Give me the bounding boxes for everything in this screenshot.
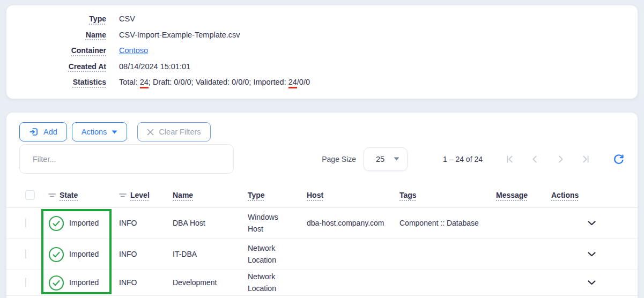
table-header: State Level Name Type Host Tags Message … bbox=[6, 183, 638, 208]
check-circle-icon bbox=[48, 215, 64, 232]
state-value: Imported bbox=[69, 218, 99, 229]
statistics-text: ; Draft: 0/0/0; Validated: 0/0/0; Import… bbox=[149, 78, 288, 86]
prev-page-icon[interactable] bbox=[529, 153, 541, 165]
chevron-down-icon bbox=[588, 252, 596, 257]
type-cell: Network Location bbox=[241, 271, 300, 294]
filter-lines-icon bbox=[48, 192, 56, 198]
statistics-value: Total: 24; Draft: 0/0/0; Validated: 0/0/… bbox=[119, 78, 310, 86]
column-header-type[interactable]: Type bbox=[241, 191, 300, 199]
type-cell: Windows Host bbox=[241, 212, 300, 235]
state-cell: Imported bbox=[42, 247, 113, 263]
statistics-text: Total: bbox=[119, 78, 140, 86]
pager-controls bbox=[504, 153, 591, 165]
row-checkbox[interactable] bbox=[25, 249, 26, 259]
chevron-down-icon bbox=[588, 280, 596, 285]
level-cell: INFO bbox=[113, 249, 166, 260]
detail-row-type: Type CSV bbox=[6, 14, 638, 31]
toolbar: Add Actions Clear Filters bbox=[19, 122, 211, 141]
actions-button-label: Actions bbox=[82, 128, 107, 136]
first-page-icon[interactable] bbox=[504, 153, 516, 165]
created-at-label: Created At bbox=[6, 62, 106, 71]
column-header-message[interactable]: Message bbox=[490, 191, 545, 199]
filter-lines-icon bbox=[119, 192, 127, 198]
import-items-panel: Add Actions Clear Filters Page Size 25 bbox=[6, 113, 638, 298]
clear-filters-label: Clear Filters bbox=[159, 128, 201, 136]
add-button[interactable]: Add bbox=[19, 122, 67, 141]
state-cell: Imported bbox=[42, 215, 113, 232]
table-row: Imported INFO DBA Host Windows Host dba-… bbox=[6, 208, 638, 239]
chevron-down-icon bbox=[588, 221, 596, 226]
pagination-range-text: 1 – 24 of 24 bbox=[443, 155, 483, 163]
column-header-tags[interactable]: Tags bbox=[393, 191, 490, 199]
clear-filters-button[interactable]: Clear Filters bbox=[137, 122, 210, 141]
level-cell: INFO bbox=[113, 277, 166, 289]
statistics-total-highlighted: 24 bbox=[140, 78, 149, 88]
state-cell: Imported bbox=[42, 275, 113, 291]
add-import-icon bbox=[29, 127, 39, 137]
row-expand-button[interactable] bbox=[545, 221, 638, 226]
row-expand-button[interactable] bbox=[545, 252, 638, 257]
state-value: Imported bbox=[69, 249, 99, 260]
type-value: CSV bbox=[119, 14, 135, 23]
name-cell: IT-DBA bbox=[166, 249, 241, 260]
name-cell: Development bbox=[166, 277, 241, 289]
pagination-bar: Page Size 25 1 – 24 of 24 bbox=[322, 144, 625, 174]
created-at-value: 08/14/2024 15:01:01 bbox=[119, 62, 190, 71]
check-circle-icon bbox=[48, 275, 64, 291]
check-circle-icon bbox=[48, 247, 64, 263]
detail-row-name: Name CSV-Import-Example-Template.csv bbox=[6, 31, 638, 47]
add-button-label: Add bbox=[43, 128, 57, 136]
page-size-select[interactable]: 25 bbox=[364, 147, 408, 171]
statistics-text: /0/0 bbox=[297, 78, 310, 86]
container-label: Container bbox=[6, 46, 106, 55]
column-header-actions[interactable]: Actions bbox=[545, 191, 638, 199]
level-cell: INFO bbox=[113, 218, 166, 229]
name-cell: DBA Host bbox=[166, 218, 241, 229]
type-cell: Network Location bbox=[241, 243, 300, 266]
name-label: Name bbox=[6, 31, 106, 39]
import-details-panel: Type CSV Name CSV-Import-Example-Templat… bbox=[6, 5, 638, 99]
caret-down-icon bbox=[394, 157, 399, 161]
page-size-value: 25 bbox=[376, 155, 384, 163]
table-row: Imported INFO IT-DBA Network Location bbox=[6, 239, 638, 270]
caret-down-icon bbox=[112, 130, 117, 134]
host-cell: dba-host.company.com bbox=[300, 218, 393, 229]
last-page-icon[interactable] bbox=[580, 153, 591, 165]
next-page-icon[interactable] bbox=[554, 153, 566, 165]
detail-row-container: Container Contoso bbox=[6, 46, 638, 62]
type-label: Type bbox=[6, 14, 106, 23]
row-checkbox[interactable] bbox=[25, 278, 26, 287]
state-value: Imported bbox=[69, 277, 99, 289]
refresh-icon[interactable] bbox=[612, 153, 625, 166]
select-all-checkbox[interactable] bbox=[25, 190, 35, 200]
page-size-label: Page Size bbox=[322, 155, 356, 163]
name-value: CSV-Import-Example-Template.csv bbox=[119, 31, 240, 39]
filter-input[interactable] bbox=[19, 144, 234, 174]
column-header-name[interactable]: Name bbox=[166, 191, 241, 199]
column-header-host[interactable]: Host bbox=[300, 191, 393, 199]
x-icon bbox=[147, 129, 154, 136]
table-row: Imported INFO Development Network Locati… bbox=[6, 270, 638, 296]
statistics-label: Statistics bbox=[6, 78, 106, 86]
table-body: Imported INFO DBA Host Windows Host dba-… bbox=[6, 208, 638, 296]
detail-row-statistics: Statistics Total: 24; Draft: 0/0/0; Vali… bbox=[6, 78, 638, 94]
tags-cell: Component :: Database bbox=[393, 218, 490, 229]
column-header-level[interactable]: Level bbox=[113, 191, 166, 199]
row-checkbox[interactable] bbox=[25, 218, 26, 228]
actions-button[interactable]: Actions bbox=[72, 122, 128, 141]
column-header-state[interactable]: State bbox=[42, 191, 113, 199]
row-expand-button[interactable] bbox=[545, 280, 638, 285]
container-link[interactable]: Contoso bbox=[119, 46, 148, 55]
statistics-imported-highlighted: 24 bbox=[288, 78, 297, 88]
detail-row-created-at: Created At 08/14/2024 15:01:01 bbox=[6, 62, 638, 78]
